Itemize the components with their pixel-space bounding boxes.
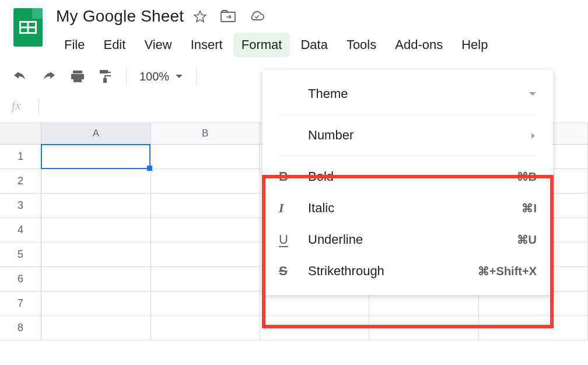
cell[interactable]	[260, 316, 369, 340]
cell[interactable]	[369, 316, 478, 340]
row-header[interactable]: 6	[0, 267, 41, 291]
column-header-b[interactable]: B	[151, 123, 260, 144]
cell[interactable]	[151, 316, 260, 340]
toolbar-separator	[126, 68, 127, 85]
star-icon[interactable]	[193, 9, 207, 23]
row-header[interactable]: 7	[0, 292, 41, 315]
cell[interactable]	[151, 267, 260, 291]
fx-icon: fx	[12, 98, 35, 113]
cell[interactable]	[41, 218, 150, 242]
menu-data[interactable]: Data	[292, 33, 335, 57]
cell[interactable]	[151, 292, 260, 315]
column-header-a[interactable]: A	[41, 123, 150, 144]
menu-view[interactable]: View	[136, 33, 180, 57]
format-underline[interactable]: U Underline ⌘U	[262, 224, 553, 255]
format-strikethrough[interactable]: S Strikethrough ⌘+Shift+X	[262, 255, 553, 287]
chevron-right-icon	[530, 129, 537, 142]
format-italic[interactable]: I Italic ⌘I	[262, 192, 553, 224]
cell[interactable]	[41, 169, 150, 193]
cell[interactable]	[150, 145, 260, 169]
menu-insert[interactable]: Insert	[183, 33, 231, 57]
menu-item-label: Underline	[306, 232, 517, 247]
formula-separator	[38, 98, 39, 113]
menu-edit[interactable]: Edit	[95, 33, 134, 57]
cell[interactable]	[260, 292, 369, 315]
chevron-down-icon	[528, 87, 537, 101]
underline-icon: U	[279, 232, 306, 247]
format-menu-dropdown: Theme Number B Bold ⌘B I Italic ⌘I U Und…	[262, 70, 553, 295]
bold-icon: B	[279, 169, 306, 184]
cell-a1[interactable]	[41, 144, 150, 169]
row-header[interactable]: 5	[0, 243, 41, 266]
italic-icon: I	[279, 201, 306, 216]
zoom-select[interactable]: 100%	[139, 70, 183, 83]
menu-help[interactable]: Help	[453, 33, 496, 57]
menu-separator	[279, 156, 537, 156]
chevron-down-icon	[175, 70, 183, 83]
move-to-folder-icon[interactable]	[220, 9, 236, 23]
menu-addons[interactable]: Add-ons	[387, 33, 451, 57]
row-header[interactable]: 8	[0, 316, 41, 340]
cell[interactable]	[151, 194, 260, 217]
undo-icon[interactable]	[12, 69, 28, 83]
menu-item-label: Italic	[306, 201, 522, 216]
cell[interactable]	[41, 316, 150, 340]
row-header[interactable]: 3	[0, 194, 41, 217]
redo-icon[interactable]	[41, 69, 57, 83]
cell[interactable]	[479, 316, 588, 340]
cell[interactable]	[41, 267, 150, 291]
cell[interactable]	[369, 292, 478, 315]
row-header[interactable]: 1	[0, 145, 41, 169]
row-header[interactable]: 4	[0, 218, 41, 242]
cell[interactable]	[151, 218, 260, 242]
format-theme[interactable]: Theme	[262, 78, 553, 110]
menu-item-label: Strikethrough	[306, 264, 478, 279]
cell[interactable]	[479, 292, 588, 315]
document-title[interactable]: My Google Sheet	[56, 7, 184, 26]
menu-item-label: Theme	[306, 86, 528, 101]
cell[interactable]	[41, 243, 150, 266]
menu-separator	[279, 114, 537, 115]
print-icon[interactable]	[70, 69, 85, 83]
format-bold[interactable]: B Bold ⌘B	[262, 161, 553, 192]
shortcut-text: ⌘I	[522, 201, 537, 215]
cell[interactable]	[41, 292, 150, 315]
cell[interactable]	[151, 243, 260, 266]
menu-item-label: Number	[306, 128, 530, 143]
select-all-corner[interactable]	[0, 123, 41, 144]
shortcut-text: ⌘B	[517, 170, 537, 184]
cloud-saved-icon[interactable]	[249, 9, 265, 23]
cell[interactable]	[151, 169, 260, 193]
paint-format-icon[interactable]	[98, 69, 113, 84]
menu-item-label: Bold	[306, 169, 517, 184]
menu-file[interactable]: File	[56, 33, 93, 57]
format-number[interactable]: Number	[262, 120, 553, 151]
strikethrough-icon: S	[279, 264, 306, 279]
row-header[interactable]: 2	[0, 169, 41, 193]
menu-tools[interactable]: Tools	[338, 33, 384, 57]
toolbar-separator	[196, 68, 197, 85]
menu-format[interactable]: Format	[233, 33, 290, 57]
menubar: File Edit View Insert Format Data Tools …	[56, 33, 576, 57]
cell[interactable]	[41, 194, 150, 217]
zoom-value: 100%	[139, 70, 169, 83]
sheets-logo[interactable]	[12, 6, 44, 49]
shortcut-text: ⌘+Shift+X	[478, 264, 537, 278]
shortcut-text: ⌘U	[517, 233, 537, 247]
